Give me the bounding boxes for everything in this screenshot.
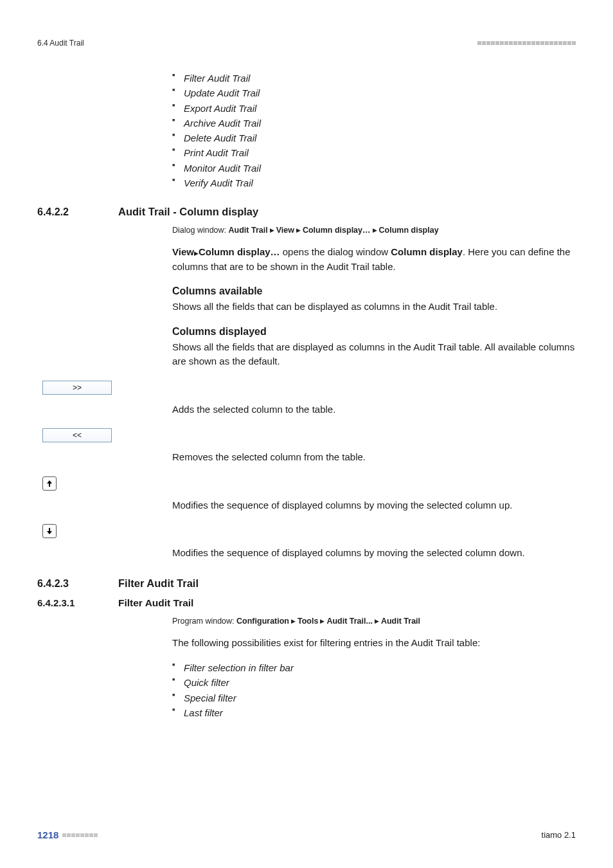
list-item: Archive Audit Trail bbox=[172, 116, 576, 131]
breadcrumb-part: Audit Trail... bbox=[326, 617, 373, 626]
remove-column-button[interactable]: << bbox=[42, 428, 112, 442]
list-item: Monitor Audit Trail bbox=[172, 161, 576, 176]
section-heading: 6.4.2.3 Filter Audit Trail bbox=[37, 577, 576, 590]
columns-available-text: Shows all the fields that can be display… bbox=[172, 300, 576, 314]
list-item: Delete Audit Trail bbox=[172, 131, 576, 145]
filter-intro: The following possibilities exist for fi… bbox=[172, 636, 576, 651]
columns-displayed-text: Shows all the fields that are displayed … bbox=[172, 340, 576, 369]
add-column-button[interactable]: >> bbox=[42, 381, 112, 395]
section-number: 6.4.2.3.1 bbox=[37, 597, 118, 608]
remove-column-desc: Removes the selected column from the tab… bbox=[172, 450, 366, 465]
intro-view: View bbox=[172, 246, 194, 257]
list-item: Update Audit Trail bbox=[172, 86, 576, 100]
subsection-heading: 6.4.2.3.1 Filter Audit Trail bbox=[37, 597, 576, 609]
list-item: Filter Audit Trail bbox=[172, 71, 576, 86]
breadcrumb: Dialog window: Audit Trail▶View▶Column d… bbox=[172, 226, 576, 235]
breadcrumb-part: Audit Trail bbox=[229, 226, 268, 235]
page-number: 1218 bbox=[37, 829, 58, 840]
intro-obj: Column display bbox=[391, 246, 463, 257]
move-down-button[interactable] bbox=[42, 524, 57, 538]
section-number: 6.4.2.2 bbox=[37, 206, 118, 218]
list-item: Filter selection in filter bar bbox=[172, 660, 576, 675]
breadcrumb-prefix: Program window: bbox=[172, 617, 235, 626]
list-item: Export Audit Trail bbox=[172, 101, 576, 116]
list-item: Print Audit Trail bbox=[172, 145, 576, 160]
header-section-label: 6.4 Audit Trail bbox=[37, 39, 84, 48]
breadcrumb-part: Column display… bbox=[303, 226, 371, 235]
filter-options-list: Filter selection in filter bar Quick fil… bbox=[172, 660, 576, 720]
list-item: Quick filter bbox=[172, 675, 576, 690]
breadcrumb-part: Tools bbox=[298, 617, 318, 626]
section-heading: 6.4.2.2 Audit Trail - Column display bbox=[37, 206, 576, 218]
product-name: tiamo 2.1 bbox=[542, 830, 576, 840]
section-number: 6.4.2.3 bbox=[37, 578, 118, 590]
header-ornament bbox=[477, 41, 576, 45]
page-footer: 1218 tiamo 2.1 bbox=[37, 829, 576, 840]
intro-action: Column display… bbox=[199, 246, 280, 257]
breadcrumb-prefix: Dialog window: bbox=[172, 226, 226, 235]
add-column-desc: Adds the selected column to the table. bbox=[172, 402, 335, 417]
footer-ornament bbox=[62, 833, 98, 837]
columns-available-heading: Columns available bbox=[172, 285, 576, 297]
move-down-desc: Modifies the sequence of displayed colum… bbox=[172, 546, 525, 561]
section-title: Audit Trail - Column display bbox=[118, 206, 258, 218]
breadcrumb-part: View bbox=[276, 226, 294, 235]
intro-mid: opens the dialog window bbox=[280, 246, 391, 257]
section-title: Filter Audit Trail bbox=[118, 597, 193, 609]
list-item: Special filter bbox=[172, 691, 576, 705]
columns-displayed-heading: Columns displayed bbox=[172, 326, 576, 338]
intro-paragraph: View▶Column display… opens the dialog wi… bbox=[172, 245, 576, 274]
arrow-down-icon bbox=[46, 527, 53, 535]
list-item: Verify Audit Trail bbox=[172, 176, 576, 190]
breadcrumb: Program window: Configuration▶Tools▶Audi… bbox=[172, 617, 576, 626]
breadcrumb-part: Audit Trail bbox=[381, 617, 420, 626]
move-up-desc: Modifies the sequence of displayed colum… bbox=[172, 498, 512, 513]
move-up-button[interactable] bbox=[42, 476, 57, 491]
top-link-list: Filter Audit Trail Update Audit Trail Ex… bbox=[172, 71, 576, 190]
list-item: Last filter bbox=[172, 705, 576, 720]
arrow-up-icon bbox=[46, 480, 53, 487]
breadcrumb-part: Column display bbox=[379, 226, 439, 235]
breadcrumb-part: Configuration bbox=[236, 617, 289, 626]
section-title: Filter Audit Trail bbox=[118, 577, 199, 590]
